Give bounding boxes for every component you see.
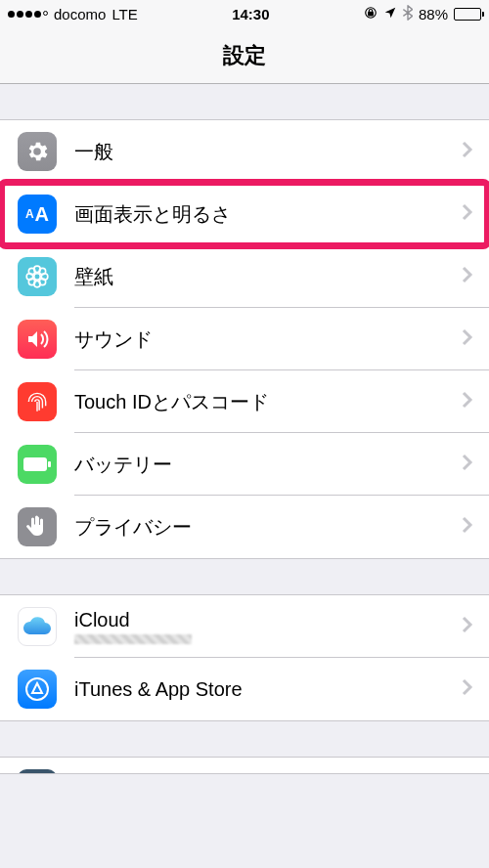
- chevron-right-icon: [462, 454, 473, 475]
- row-label: バッテリー: [74, 452, 462, 478]
- carrier-label: docomo: [54, 6, 106, 22]
- battery-icon: [454, 8, 481, 21]
- page-title: 設定: [223, 41, 266, 70]
- chevron-right-icon: [462, 328, 473, 350]
- icloud-account-redacted: [74, 634, 192, 644]
- bluetooth-icon: [403, 5, 413, 23]
- status-right: 88%: [364, 5, 481, 23]
- battery-row-icon: [18, 445, 57, 484]
- row-privacy[interactable]: プライバシー: [0, 496, 489, 558]
- nav-bar: 設定: [0, 27, 489, 84]
- location-icon: [383, 6, 397, 22]
- row-label: 一般: [74, 139, 462, 165]
- settings-group-2: iCloud iTunes & App Store: [0, 594, 489, 721]
- svg-rect-11: [23, 457, 47, 471]
- status-time: 14:30: [232, 6, 269, 22]
- row-icloud[interactable]: iCloud: [0, 595, 489, 658]
- svg-rect-1: [369, 12, 374, 16]
- row-label: サウンド: [74, 326, 462, 353]
- row-label: プライバシー: [74, 514, 462, 541]
- unknown-icon: [18, 769, 57, 774]
- speaker-icon: [18, 320, 57, 359]
- chevron-right-icon: [462, 266, 473, 287]
- row-label: 画面表示と明るさ: [74, 201, 462, 228]
- svg-rect-12: [48, 461, 51, 467]
- status-bar: docomo LTE 14:30 88%: [0, 0, 489, 27]
- chevron-right-icon: [462, 391, 473, 412]
- network-label: LTE: [111, 6, 137, 22]
- row-itunes-appstore[interactable]: iTunes & App Store: [0, 658, 489, 720]
- chevron-right-icon: [462, 203, 473, 225]
- battery-percent: 88%: [419, 6, 448, 22]
- chevron-right-icon: [462, 678, 473, 700]
- row-display-brightness[interactable]: AA 画面表示と明るさ: [0, 183, 489, 245]
- text-size-icon: AA: [18, 195, 57, 234]
- status-left: docomo LTE: [8, 6, 138, 22]
- row-label: 壁紙: [74, 264, 462, 290]
- chevron-right-icon: [462, 141, 473, 162]
- row-touch-id[interactable]: Touch IDとパスコード: [0, 370, 489, 433]
- appstore-icon: [18, 670, 57, 709]
- row-label: iCloud: [74, 609, 462, 631]
- fingerprint-icon: [18, 382, 57, 421]
- row-label: Touch IDとパスコード: [74, 389, 462, 415]
- orientation-lock-icon: [364, 6, 378, 22]
- row-partial[interactable]: [0, 758, 489, 774]
- svg-point-2: [34, 274, 41, 281]
- chevron-right-icon: [462, 516, 473, 538]
- chevron-right-icon: [462, 616, 473, 637]
- settings-group-1: 一般 AA 画面表示と明るさ 壁紙 サウンド Touch IDとパスコード: [0, 119, 489, 559]
- hand-icon: [18, 507, 57, 546]
- row-sounds[interactable]: サウンド: [0, 308, 489, 370]
- settings-group-3-partial: [0, 757, 489, 774]
- flower-icon: [18, 257, 57, 296]
- gear-icon: [18, 132, 57, 171]
- row-general[interactable]: 一般: [0, 120, 489, 183]
- cloud-icon: [18, 607, 57, 646]
- row-wallpaper[interactable]: 壁紙: [0, 245, 489, 308]
- signal-strength-icon: [8, 11, 48, 18]
- row-battery[interactable]: バッテリー: [0, 433, 489, 496]
- row-label: iTunes & App Store: [74, 678, 462, 701]
